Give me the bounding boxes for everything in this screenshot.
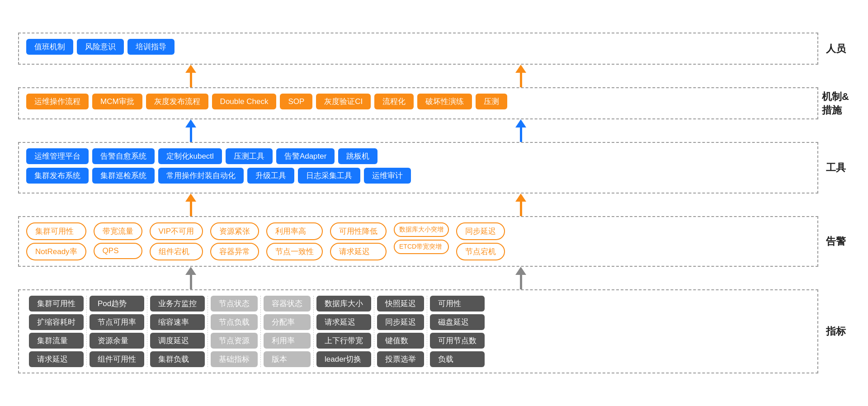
- arrow-zone-1: [18, 65, 818, 87]
- zhibiao-上下行带宽: 上下行带宽: [316, 333, 371, 349]
- arrow-orange-3: [185, 194, 196, 216]
- renyuan-label: 人员: [818, 33, 850, 65]
- arrow-gray-2: [515, 267, 526, 289]
- jizhi-tags: 运维操作流程 MCM审批 灰度发布流程 Double Check SOP 灰度验…: [26, 94, 810, 109]
- tag-灰度验证CI: 灰度验证CI: [316, 94, 371, 109]
- gongju-label: 工具: [818, 142, 850, 194]
- tag-常用操作封装自动化: 常用操作封装自动化: [158, 168, 244, 184]
- zhibiao-col-6: 数据库大小 请求延迟 上下行带宽 leader切换: [314, 296, 374, 367]
- tag-SOP: SOP: [280, 94, 312, 109]
- zhibiao-grid: 集群可用性 扩缩容耗时 集群流量 请求延迟 Pod趋势 节点可用率 资源余量 组…: [26, 296, 810, 367]
- tag-VIP不可用: VIP不可用: [150, 222, 203, 240]
- tag-日志采集工具: 日志采集工具: [298, 168, 360, 184]
- zhibiao-col-7: 快照延迟 同步延迟 键值数 投票选举: [374, 296, 427, 367]
- zhibiao-基础指标: 基础指标: [211, 351, 258, 367]
- zhibiao-节点状态: 节点状态: [211, 296, 258, 312]
- zhibiao-容器状态: 容器状态: [264, 296, 311, 312]
- zhibiao-资源余量: 资源余量: [90, 333, 144, 349]
- tag-灰度发布流程: 灰度发布流程: [146, 94, 208, 109]
- tag-流程化: 流程化: [374, 94, 414, 109]
- zhibiao-版本: 版本: [264, 351, 311, 367]
- arrow-gray-1: [185, 267, 196, 289]
- zhibiao-分配率: 分配率: [264, 314, 311, 330]
- gaojing-col4: 资源紧张 容器异常: [210, 222, 259, 260]
- tag-节点一致性: 节点一致性: [266, 243, 323, 260]
- tag-运维审计: 运维审计: [364, 168, 411, 184]
- tag-QPS: QPS: [94, 243, 142, 259]
- gaojing-layer: 集群可用性 NotReady率 带宽流量 QPS VIP不可用 组件宕机 资源紧…: [18, 216, 850, 267]
- gaojing-col5: 利用率高 节点一致性: [266, 222, 323, 260]
- tag-同步延迟: 同步延迟: [456, 222, 505, 240]
- tag-风险意识: 风险意识: [77, 39, 124, 55]
- tag-可用性降低: 可用性降低: [330, 222, 387, 240]
- tag-破坏性演练: 破坏性演练: [417, 94, 472, 109]
- zhibiao-投票选举: 投票选举: [377, 351, 424, 367]
- arrow-row-1: [18, 65, 850, 87]
- arrow-orange-1: [185, 65, 196, 87]
- zhibiao-集群负载: 集群负载: [150, 351, 205, 367]
- jizhi-content: 运维操作流程 MCM审批 灰度发布流程 Double Check SOP 灰度验…: [18, 87, 818, 119]
- tag-升级工具: 升级工具: [247, 168, 294, 184]
- tag-MCM审批: MCM审批: [92, 94, 142, 109]
- gaojing-col3: VIP不可用 组件宕机: [150, 222, 203, 260]
- tag-集群发布系统: 集群发布系统: [26, 168, 89, 184]
- tag-告警自愈系统: 告警自愈系统: [92, 148, 155, 164]
- zhibiao-缩容速率: 缩容速率: [150, 314, 205, 330]
- zhibiao-节点资源: 节点资源: [211, 333, 258, 349]
- zhibiao-请求延迟2: 请求延迟: [316, 314, 371, 330]
- zhibiao-调度延迟: 调度延迟: [150, 333, 205, 349]
- gaojing-col7: 数据库大小突增 ETCD带宽突增: [394, 222, 449, 260]
- arrow-zone-4: [18, 267, 818, 289]
- tag-NotReady率: NotReady率: [26, 243, 86, 260]
- zhibiao-磁盘延迟: 磁盘延迟: [430, 314, 485, 330]
- zhibiao-可用性: 可用性: [430, 296, 485, 312]
- tag-请求延迟: 请求延迟: [330, 243, 387, 260]
- zhibiao-col-2: Pod趋势 节点可用率 资源余量 组件可用性: [87, 296, 147, 367]
- zhibiao-请求延迟: 请求延迟: [29, 351, 84, 367]
- arrow-blue-1: [185, 119, 196, 142]
- zhibiao-节点可用率: 节点可用率: [90, 314, 144, 330]
- zhibiao-col-8: 可用性 磁盘延迟 可用节点数 负载: [427, 296, 487, 367]
- arrow-zone-3: [18, 194, 818, 216]
- zhibiao-leader切换: leader切换: [316, 351, 371, 367]
- gaojing-col6: 可用性降低 请求延迟: [330, 222, 387, 260]
- gaojing-col2: 带宽流量 QPS: [94, 222, 142, 260]
- zhibiao-col-1: 集群可用性 扩缩容耗时 集群流量 请求延迟: [26, 296, 87, 367]
- jizhi-label: 机制&措施: [818, 87, 850, 119]
- tag-运维管理平台: 运维管理平台: [26, 148, 89, 164]
- zhibiao-快照延迟: 快照延迟: [377, 296, 424, 312]
- tag-容器异常: 容器异常: [210, 243, 259, 260]
- zhibiao-可用节点数: 可用节点数: [430, 333, 485, 349]
- zhibiao-content: 集群可用性 扩缩容耗时 集群流量 请求延迟 Pod趋势 节点可用率 资源余量 组…: [18, 289, 818, 373]
- arrow-row-2: [18, 119, 850, 142]
- tag-集群巡检系统: 集群巡检系统: [92, 168, 155, 184]
- tag-压测: 压测: [476, 94, 507, 109]
- zhibiao-col-4: 节点状态 节点负载 节点资源 基础指标: [208, 296, 261, 367]
- tag-double-check: Double Check: [212, 94, 277, 109]
- gaojing-col8: 同步延迟 节点宕机: [456, 222, 505, 260]
- tag-运维操作流程: 运维操作流程: [26, 94, 89, 109]
- tag-利用率高: 利用率高: [266, 222, 323, 240]
- renyuan-layer: 值班机制 风险意识 培训指导 人员: [18, 33, 850, 65]
- gaojing-col1: 集群可用性 NotReady率: [26, 222, 86, 260]
- gaojing-content: 集群可用性 NotReady率 带宽流量 QPS VIP不可用 组件宕机 资源紧…: [18, 216, 818, 267]
- zhibiao-数据库大小: 数据库大小: [316, 296, 371, 312]
- tag-节点宕机: 节点宕机: [456, 243, 505, 260]
- tag-ETCD带宽突增: ETCD带宽突增: [394, 240, 449, 254]
- zhibiao-扩缩容耗时: 扩缩容耗时: [29, 314, 84, 330]
- gongju-layer: 运维管理平台 告警自愈系统 定制化kubectl 压测工具 告警Adapter …: [18, 142, 850, 194]
- zhibiao-集群流量: 集群流量: [29, 333, 84, 349]
- gongju-row2: 集群发布系统 集群巡检系统 常用操作封装自动化 升级工具 日志采集工具 运维审计: [26, 168, 810, 184]
- tag-培训指导: 培训指导: [127, 39, 175, 55]
- gaojing-tags-wrapper: 集群可用性 NotReady率 带宽流量 QPS VIP不可用 组件宕机 资源紧…: [26, 222, 810, 260]
- gongju-content: 运维管理平台 告警自愈系统 定制化kubectl 压测工具 告警Adapter …: [18, 142, 818, 194]
- zhibiao-col-5: 容器状态 分配率 利用率 版本: [261, 296, 314, 367]
- tag-带宽流量: 带宽流量: [94, 222, 142, 240]
- zhibiao-集群可用性: 集群可用性: [29, 296, 84, 312]
- arrow-blue-2: [515, 119, 526, 142]
- zhibiao-Pod趋势: Pod趋势: [90, 296, 144, 312]
- zhibiao-利用率: 利用率: [264, 333, 311, 349]
- zhibiao-组件可用性: 组件可用性: [90, 351, 144, 367]
- arrow-zone-2: [18, 119, 818, 142]
- zhibiao-同步延迟: 同步延迟: [377, 314, 424, 330]
